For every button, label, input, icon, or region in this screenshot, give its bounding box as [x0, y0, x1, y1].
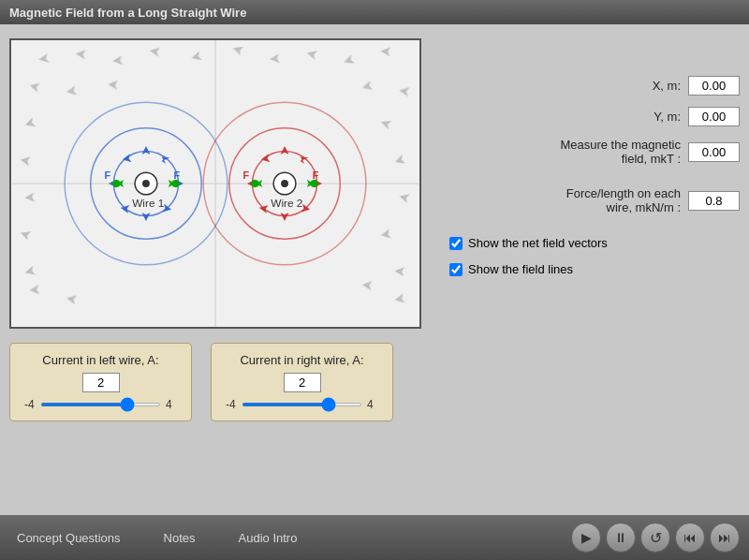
net-field-label: Show the net field vectors — [468, 236, 608, 250]
net-field-checkbox[interactable] — [449, 237, 463, 250]
pause-button[interactable]: ⏸ — [606, 523, 636, 553]
bottom-nav: Concept Questions Notes Audio Intro — [9, 527, 304, 549]
field-lines-label: Show the field lines — [468, 262, 573, 276]
wire2-min: -4 — [226, 398, 237, 411]
force-row: Force/length on each wire, mkN/m : 0.8 — [449, 186, 740, 214]
svg-text:F: F — [243, 169, 250, 181]
control-panel: X, m: 0.00 Y, m: 0.00 Measure the magnet… — [449, 38, 740, 483]
field-lines-checkbox[interactable] — [449, 263, 463, 276]
replay-button[interactable]: ↺ — [640, 523, 670, 553]
svg-text:F: F — [313, 169, 319, 181]
force-value: 0.8 — [688, 191, 740, 211]
wire2-slider-row: -4 4 — [226, 398, 378, 411]
wire1-slider[interactable] — [40, 403, 161, 406]
skip-back-button[interactable]: ⏮ — [675, 523, 705, 553]
svg-text:Wire 1: Wire 1 — [132, 197, 164, 210]
wire-controls: Current in left wire, A: 2 -4 4 Current … — [9, 343, 431, 421]
pause-icon: ⏸ — [614, 530, 627, 545]
wire2-max: 4 — [367, 398, 378, 411]
title-bar: Magnetic Field from a Long Straight Wire — [0, 0, 749, 24]
wire2-value: 2 — [284, 373, 321, 392]
field-measurement-row: Measure the magnetic field, mkT : 0.00 — [449, 138, 740, 166]
svg-point-55 — [142, 180, 150, 187]
y-measurement-row: Y, m: 0.00 — [449, 107, 740, 126]
wire2-control-box: Current in right wire, A: 2 -4 4 — [211, 343, 393, 421]
svg-text:F: F — [174, 169, 181, 181]
wire1-value: 2 — [82, 373, 120, 392]
y-value: 0.00 — [688, 107, 740, 126]
svg-text:F: F — [105, 169, 111, 181]
skip-fwd-icon: ⏭ — [718, 530, 731, 545]
svg-text:Wire 2: Wire 2 — [271, 197, 302, 210]
wire2-label: Current in right wire, A: — [240, 353, 363, 367]
x-value: 0.00 — [688, 76, 740, 96]
app-title: Magnetic Field from a Long Straight Wire — [9, 6, 246, 20]
canvas-area: F F Wire 1 F F Wire 2 — [9, 38, 421, 329]
playback-controls: ▶ ⏸ ↺ ⏮ ⏭ — [571, 523, 740, 553]
replay-icon: ↺ — [650, 529, 662, 547]
play-button[interactable]: ▶ — [571, 523, 601, 553]
wire1-slider-row: -4 4 — [24, 398, 177, 411]
wire1-label: Current in left wire, A: — [42, 353, 158, 367]
play-icon: ▶ — [581, 530, 592, 545]
net-field-checkbox-row: Show the net field vectors — [449, 236, 740, 250]
y-label: Y, m: — [654, 110, 681, 124]
nav-concept[interactable]: Concept Questions — [9, 527, 128, 549]
field-value: 0.00 — [688, 142, 740, 162]
nav-notes[interactable]: Notes — [156, 527, 203, 549]
skip-fwd-button[interactable]: ⏭ — [710, 523, 740, 553]
field-label: Measure the magnetic field, mkT : — [550, 138, 681, 166]
wire1-control-box: Current in left wire, A: 2 -4 4 — [9, 343, 192, 421]
bottom-bar: Concept Questions Notes Audio Intro ▶ ⏸ … — [0, 515, 749, 560]
x-label: X, m: — [653, 79, 681, 93]
wire1-max: 4 — [166, 398, 177, 411]
field-lines-checkbox-row: Show the field lines — [449, 262, 740, 276]
svg-point-62 — [281, 180, 288, 187]
sim-panel: F F Wire 1 F F Wire 2 — [9, 38, 431, 483]
nav-audio[interactable]: Audio Intro — [231, 527, 305, 549]
wire1-min: -4 — [24, 398, 36, 411]
wire2-slider[interactable] — [242, 403, 362, 406]
main-content: F F Wire 1 F F Wire 2 — [0, 24, 749, 493]
skip-back-icon: ⏮ — [683, 530, 697, 545]
x-measurement-row: X, m: 0.00 — [449, 76, 740, 96]
force-label: Force/length on each wire, mkN/m : — [540, 186, 681, 214]
